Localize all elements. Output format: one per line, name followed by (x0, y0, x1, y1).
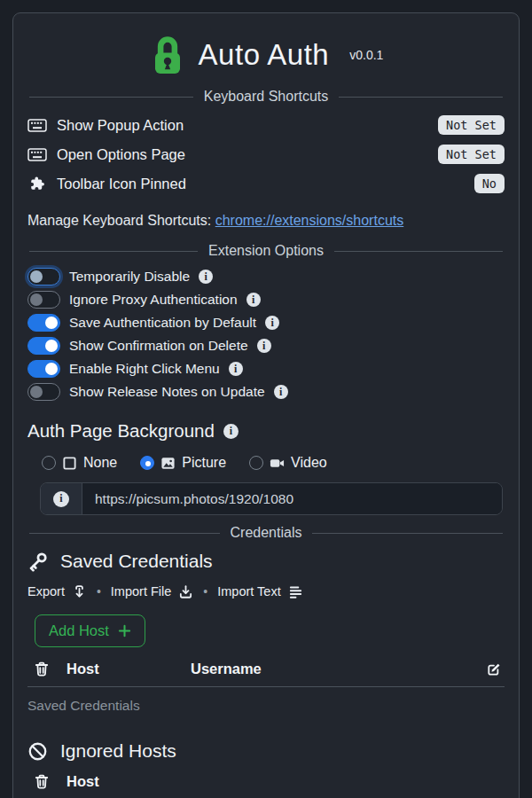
export-icon (72, 584, 87, 599)
toolbar-separator: • (201, 584, 209, 598)
background-url-input[interactable] (82, 483, 502, 514)
key-icon (27, 552, 48, 572)
import-text-icon (288, 584, 303, 599)
manage-shortcuts-line: Manage Keyboard Shortcuts: chrome://exte… (27, 213, 505, 229)
confirm-delete-toggle[interactable] (27, 337, 60, 355)
ignore-proxy-toggle[interactable] (27, 291, 60, 309)
heading-text: Saved Credentials (60, 551, 213, 572)
import-file-button[interactable]: Import File (111, 584, 194, 599)
radio-option-none[interactable]: None (42, 455, 117, 471)
radio-label: None (83, 455, 117, 471)
shortcut-label: Open Options Page (57, 146, 185, 163)
saved-credentials-heading: Saved Credentials (27, 549, 505, 574)
app-header: Auto Auth v0.0.1 (27, 31, 505, 79)
saved-credentials-table-header: Host Username (27, 661, 505, 687)
divider-label: Credentials (231, 525, 302, 541)
puzzle-icon (27, 176, 47, 192)
plus-icon (118, 624, 131, 638)
info-icon[interactable] (274, 385, 288, 399)
radio-option-video[interactable]: Video (249, 455, 327, 471)
import-text-label: Import Text (217, 584, 280, 598)
keyboard-icon (27, 148, 47, 161)
shortcut-row-options: Open Options Page Not Set (27, 145, 505, 164)
toggle-row-ignore-proxy: Ignore Proxy Authentication (27, 288, 505, 311)
heading-text: Ignored Hosts (60, 740, 176, 762)
saved-credentials-empty-state: Saved Credentials (27, 698, 505, 714)
add-host-button[interactable]: Add Host (35, 614, 145, 647)
radio-picture[interactable] (140, 456, 154, 470)
heading-text: Auth Page Background (27, 420, 215, 442)
info-icon[interactable] (246, 293, 261, 307)
radio-video[interactable] (249, 456, 263, 470)
column-header-username: Username (191, 661, 485, 677)
info-icon[interactable] (229, 362, 243, 376)
shortcut-label: Toolbar Icon Pinned (57, 176, 186, 192)
right-click-menu-toggle[interactable] (27, 360, 60, 378)
shortcut-status-badge: Not Set (438, 145, 505, 164)
toggle-knob (45, 340, 58, 352)
save-auth-toggle[interactable] (27, 314, 60, 332)
shortcut-row-popup: Show Popup Action Not Set (27, 115, 505, 135)
import-file-label: Import File (111, 584, 172, 598)
radio-label: Video (291, 455, 327, 471)
import-text-button[interactable]: Import Text (217, 584, 302, 599)
input-info-addon (41, 483, 82, 514)
toggle-label: Enable Right Click Menu (69, 361, 220, 377)
toggle-knob (45, 317, 58, 329)
divider-label: Keyboard Shortcuts (204, 89, 329, 105)
app-version: v0.0.1 (349, 48, 383, 62)
toolbar-separator: • (95, 584, 103, 598)
options-card: Auto Auth v0.0.1 Keyboard Shortcuts Show… (12, 12, 520, 798)
video-camera-icon (270, 456, 285, 471)
toggle-row-right-click: Enable Right Click Menu (27, 357, 505, 380)
background-type-radio-group: None Picture Video (42, 454, 505, 472)
toggle-knob (30, 293, 43, 306)
manage-shortcuts-text: Manage Keyboard Shortcuts: (27, 213, 211, 228)
no-entry-icon (27, 741, 48, 762)
column-header-host: Host (66, 661, 191, 677)
toggle-knob (45, 363, 58, 375)
toggle-label: Save Authentication by Default (69, 315, 256, 331)
toggle-label: Show Confirmation on Delete (69, 338, 248, 354)
radio-option-picture[interactable]: Picture (140, 455, 226, 471)
app-title: Auto Auth (199, 38, 330, 72)
square-outline-icon (62, 456, 77, 471)
toggle-row-temporarily-disable: Temporarily Disable (27, 265, 505, 288)
shortcuts-settings-link[interactable]: chrome://extensions/shortcuts (215, 213, 404, 228)
shortcut-label: Show Popup Action (57, 117, 184, 134)
export-label: Export (27, 584, 65, 598)
background-url-group (40, 482, 503, 515)
radio-label: Picture (182, 455, 226, 471)
shortcut-row-pinned: Toolbar Icon Pinned No (27, 174, 505, 193)
radio-none[interactable] (42, 456, 56, 470)
import-file-icon (178, 584, 193, 599)
info-icon[interactable] (53, 491, 69, 507)
info-icon[interactable] (199, 270, 213, 284)
export-button[interactable]: Export (27, 584, 87, 599)
picture-icon (160, 456, 176, 471)
ignored-hosts-heading: Ignored Hosts (27, 739, 505, 763)
lock-icon (149, 33, 186, 77)
toggle-row-save-auth: Save Authentication by Default (27, 311, 505, 334)
toggle-knob (30, 386, 43, 398)
toggle-knob (30, 270, 43, 283)
toggle-label: Show Release Notes on Update (69, 384, 265, 400)
info-icon[interactable] (257, 339, 271, 353)
auth-background-heading: Auth Page Background (27, 419, 505, 442)
release-notes-toggle[interactable] (27, 383, 60, 401)
trash-icon[interactable] (33, 773, 51, 790)
ignored-hosts-table-header: Host (27, 773, 505, 798)
divider-credentials: Credentials (29, 524, 503, 542)
info-icon[interactable] (223, 424, 239, 439)
credentials-io-toolbar: Export • Import File • Import (27, 582, 505, 601)
edit-icon[interactable] (485, 661, 503, 677)
extension-options-list: Temporarily Disable Ignore Proxy Authent… (27, 265, 505, 403)
divider-keyboard-shortcuts: Keyboard Shortcuts (29, 88, 503, 106)
temporarily-disable-toggle[interactable] (27, 268, 60, 286)
divider-label: Extension Options (208, 243, 324, 259)
info-icon[interactable] (265, 316, 279, 330)
add-host-label: Add Host (49, 622, 109, 639)
toggle-row-release-notes: Show Release Notes on Update (27, 380, 505, 403)
trash-icon[interactable] (33, 661, 51, 677)
toggle-label: Ignore Proxy Authentication (69, 292, 238, 308)
